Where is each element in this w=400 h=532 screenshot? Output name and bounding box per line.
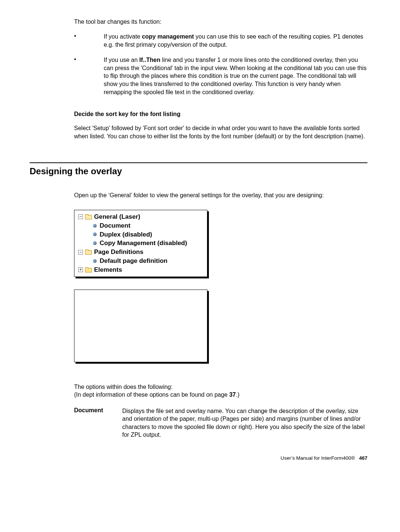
page-number: 467 xyxy=(359,455,367,461)
bullet-pre: If you activate xyxy=(104,33,142,40)
tree-node-document[interactable]: Document xyxy=(76,221,206,230)
tree-label: Document xyxy=(100,221,130,230)
tree-node-general[interactable]: − General (Laser) xyxy=(76,212,206,221)
bullet-bold: copy management xyxy=(142,33,194,40)
section-divider xyxy=(30,162,367,163)
intro-text: The tool bar changes its function: xyxy=(74,19,367,25)
tree-label: Duplex (disabled) xyxy=(100,230,152,239)
tree-node-default-page-definition[interactable]: Default page definition xyxy=(76,257,206,265)
node-icon xyxy=(93,232,97,236)
design-intro: Open up the ‘General’ folder to view the… xyxy=(74,191,367,199)
node-icon xyxy=(93,259,97,263)
tree-node-elements[interactable]: + Elements xyxy=(76,265,206,274)
subheading-sort-key: Decide the sort key for the font listing xyxy=(74,111,367,118)
definition-description: Displays the file set and overlay name. … xyxy=(122,407,367,439)
folder-closed-icon xyxy=(85,267,92,272)
options-intro: The options within does the following: (… xyxy=(74,383,367,399)
options-intro-line2-pre: (In dept information of these options ca… xyxy=(74,391,229,398)
bullet-item: • If you use an If..Then line and you tr… xyxy=(74,56,367,96)
options-intro-page-ref: 37 xyxy=(229,391,236,398)
tree-node-duplex[interactable]: Duplex (disabled) xyxy=(76,230,206,239)
node-icon xyxy=(93,224,97,228)
sort-key-body: Select 'Setup' followed by 'Font sort or… xyxy=(74,124,367,140)
bullet-bold: If..Then xyxy=(139,57,160,63)
bullet-pre: If you use an xyxy=(104,57,139,63)
definition-term: Document xyxy=(74,407,122,439)
section-title: Designing the overlay xyxy=(30,166,367,176)
bullet-item: • If you activate copy management you ca… xyxy=(74,33,367,49)
tree-label: General (Laser) xyxy=(94,212,140,221)
folder-open-icon xyxy=(85,250,92,255)
page-footer: User’s Manual for InterForm400® 467 xyxy=(30,455,367,461)
tree-label: Copy Management (disabled) xyxy=(100,239,187,248)
bullet-text: If you use an If..Then line and you tran… xyxy=(104,56,367,96)
tree-label: Default page definition xyxy=(100,257,167,265)
collapse-icon[interactable]: − xyxy=(78,250,83,255)
tree-label: Page Definitions xyxy=(94,248,143,257)
footer-text: User’s Manual for InterForm400® xyxy=(280,455,355,461)
tree-node-copy-management[interactable]: Copy Management (disabled) xyxy=(76,239,206,248)
folder-open-icon xyxy=(85,214,92,219)
expand-icon[interactable]: + xyxy=(78,267,83,272)
bullet-marker: • xyxy=(74,33,104,49)
empty-panel xyxy=(74,290,207,362)
node-icon xyxy=(93,241,97,245)
tree-label: Elements xyxy=(94,265,122,274)
bullet-marker: • xyxy=(74,56,104,96)
tree-view: − General (Laser) Document Duplex (disab… xyxy=(74,210,207,277)
collapse-icon[interactable]: − xyxy=(78,214,83,219)
options-intro-line2-post: .) xyxy=(236,391,240,398)
options-intro-line1: The options within does the following: xyxy=(74,384,173,390)
tree-node-page-definitions[interactable]: − Page Definitions xyxy=(76,248,206,257)
definition-row: Document Displays the file set and overl… xyxy=(74,407,367,439)
bullet-text: If you activate copy management you can … xyxy=(104,33,367,49)
